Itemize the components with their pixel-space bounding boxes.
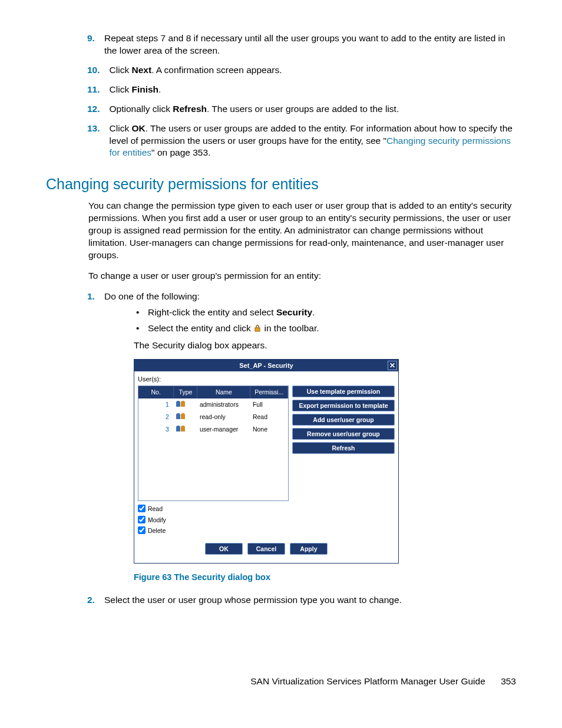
- dialog-bottom-buttons: OKCancelApply: [138, 543, 395, 555]
- users-label: User(s):: [138, 375, 395, 384]
- step-body: Repeat steps 7 and 8 if necessary until …: [104, 32, 516, 57]
- permission-checks: ReadModifyDelete: [138, 505, 395, 535]
- numbered-steps-continued: 9.Repeat steps 7 and 8 if necessary unti…: [46, 32, 516, 159]
- dialog-title: Set_AP - Security ✕: [134, 360, 398, 371]
- step-body: Do one of the following: Right-click the…: [104, 291, 516, 584]
- users-icon: [176, 425, 187, 432]
- step-number: 10.: [87, 64, 110, 77]
- column-header[interactable]: Type: [174, 386, 197, 398]
- step-body: Click Finish.: [110, 84, 516, 96]
- step-number: 12.: [87, 103, 110, 116]
- step-number: 13.: [87, 123, 110, 160]
- add-user-user-group-button[interactable]: Add user/user group: [292, 414, 395, 426]
- paragraph: To change a user or user group's permiss…: [88, 270, 516, 282]
- apply-button[interactable]: Apply: [290, 543, 328, 555]
- step-number: 2.: [87, 594, 104, 607]
- close-icon[interactable]: ✕: [388, 361, 397, 370]
- bullet-item: Select the entity and click in the toolb…: [134, 322, 516, 335]
- use-template-permission-button[interactable]: Use template permission: [292, 386, 395, 397]
- cancel-button[interactable]: Cancel: [247, 543, 285, 555]
- refresh-button[interactable]: Refresh: [292, 442, 395, 454]
- column-header[interactable]: Name: [197, 386, 250, 398]
- page-number: 353: [501, 676, 516, 686]
- bullet-list: Right-click the entity and select Securi…: [134, 307, 516, 335]
- step-text: Do one of the following:: [104, 291, 200, 301]
- table-row[interactable]: 2read-onlyRead: [138, 411, 288, 423]
- export-permission-to-template-button[interactable]: Export permission to template: [292, 400, 395, 411]
- dialog-screenshot: Set_AP - Security ✕ User(s): No.TypeName…: [134, 359, 516, 584]
- step-note: The Security dialog box appears.: [134, 340, 516, 352]
- paragraph: You can change the permission type given…: [88, 200, 516, 262]
- step-number: 1.: [87, 291, 104, 584]
- step-number: 11.: [87, 84, 110, 96]
- dialog-title-text: Set_AP - Security: [239, 362, 293, 369]
- read-checkbox[interactable]: Read: [138, 505, 395, 513]
- page-footer: SAN Virtualization Services Platform Man…: [250, 676, 516, 687]
- delete-checkbox[interactable]: Delete: [138, 526, 395, 535]
- step-body: Click OK. The users or user groups are a…: [110, 123, 516, 160]
- users-table[interactable]: No.TypeNamePermissi... 1administratorsFu…: [138, 386, 289, 501]
- numbered-steps: 1. Do one of the following: Right-click …: [46, 291, 516, 607]
- step-number: 9.: [87, 32, 104, 57]
- table-row[interactable]: 1administratorsFull: [138, 398, 288, 411]
- button-column: Use template permissionExport permission…: [292, 386, 395, 501]
- section-heading: Changing security permissions for entiti…: [46, 176, 516, 193]
- svg-rect-0: [255, 328, 260, 331]
- users-icon: [176, 400, 187, 407]
- remove-user-user-group-button[interactable]: Remove user/user group: [292, 428, 395, 440]
- figure-caption: Figure 63 The Security dialog box: [134, 572, 516, 584]
- users-icon: [176, 413, 187, 420]
- bullet-item: Right-click the entity and select Securi…: [134, 307, 516, 319]
- footer-doc-title: SAN Virtualization Services Platform Man…: [250, 676, 485, 686]
- column-header[interactable]: Permissi...: [250, 386, 288, 398]
- step-body: Click Next. A confirmation screen appear…: [110, 64, 516, 77]
- step-body: Select the user or user group whose perm…: [104, 594, 516, 607]
- table-row[interactable]: 3user-managerNone: [138, 423, 288, 436]
- column-header[interactable]: No.: [138, 386, 174, 398]
- ok-button[interactable]: OK: [205, 543, 243, 555]
- security-dialog: Set_AP - Security ✕ User(s): No.TypeName…: [134, 359, 399, 564]
- step-text: Select the user or user group whose perm…: [104, 595, 402, 605]
- modify-checkbox[interactable]: Modify: [138, 516, 395, 524]
- step-body: Optionally click Refresh. The users or u…: [110, 103, 516, 116]
